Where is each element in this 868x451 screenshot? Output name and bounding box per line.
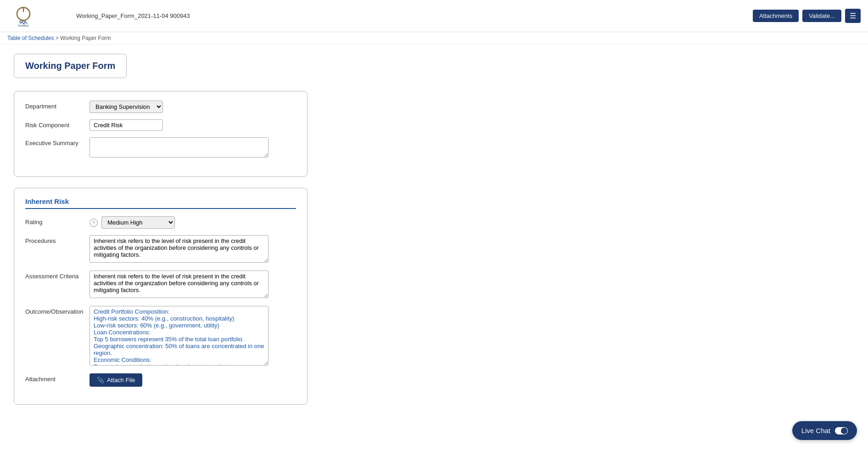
breadcrumb-separator: > xyxy=(54,35,60,41)
attachment-field: 📎 Attach File xyxy=(90,373,296,387)
executive-summary-field xyxy=(90,137,296,159)
rating-row: Rating ? Low Medium Low Medium Medium Hi… xyxy=(25,216,296,229)
breadcrumb-table-of-schedules[interactable]: Table of Schedules xyxy=(7,35,54,41)
outcome-label: Outcome/Observation xyxy=(25,306,90,315)
executive-summary-textarea[interactable] xyxy=(90,137,269,158)
svg-text:POWER: POWER xyxy=(18,24,29,27)
logo-area: SQL POWER xyxy=(7,5,72,28)
header-filename: Working_Paper_Form_2021-11-04 900943 xyxy=(76,12,190,19)
risk-component-row: Risk Component xyxy=(25,119,296,131)
breadcrumb-current: Working Paper Form xyxy=(60,35,111,41)
page-title-box: Working Paper Form xyxy=(14,54,127,78)
assessment-textarea[interactable]: Inherent risk refers to the level of ris… xyxy=(90,271,269,298)
sqlpower-logo: SQL POWER xyxy=(7,5,39,28)
attachment-label: Attachment xyxy=(25,373,90,383)
rating-label: Rating xyxy=(25,216,90,226)
risk-component-label: Risk Component xyxy=(25,119,90,129)
procedures-row: Procedures Inherent risk refers to the l… xyxy=(25,235,296,264)
attach-file-button[interactable]: 📎 Attach File xyxy=(90,373,142,387)
attachment-row: Attachment 📎 Attach File xyxy=(25,373,296,387)
department-label: Department xyxy=(25,101,90,110)
rating-row-inner: ? Low Medium Low Medium Medium High High xyxy=(90,216,296,229)
rating-field: ? Low Medium Low Medium Medium High High xyxy=(90,216,296,229)
app-header: SQL POWER Working_Paper_Form_2021-11-04 … xyxy=(0,0,868,32)
rating-select[interactable]: Low Medium Low Medium Medium High High xyxy=(101,216,175,229)
department-field: Banking Supervision xyxy=(90,101,296,113)
rating-help-icon[interactable]: ? xyxy=(90,219,98,227)
validate-button[interactable]: Validate... xyxy=(802,10,841,22)
department-select[interactable]: Banking Supervision xyxy=(90,101,163,113)
attachments-button[interactable]: Attachments xyxy=(753,10,799,22)
main-content: Working Paper Form Department Banking Su… xyxy=(0,45,321,425)
top-form-section: Department Banking Supervision Risk Comp… xyxy=(14,91,308,177)
inherent-risk-section: Inherent Risk Rating ? Low Medium Low Me… xyxy=(14,188,308,405)
executive-summary-row: Executive Summary xyxy=(25,137,296,159)
header-buttons: Attachments Validate... ☰ xyxy=(753,9,861,23)
risk-component-field xyxy=(90,119,296,131)
outcome-field: Credit Portfolio Composition: High-risk … xyxy=(90,306,296,367)
risk-component-input[interactable] xyxy=(90,119,163,131)
procedures-textarea[interactable]: Inherent risk refers to the level of ris… xyxy=(90,235,269,263)
live-chat-button[interactable]: Live Chat xyxy=(792,421,857,425)
procedures-label: Procedures xyxy=(25,235,90,244)
outcome-row: Outcome/Observation Credit Portfolio Com… xyxy=(25,306,296,367)
executive-summary-label: Executive Summary xyxy=(25,137,90,147)
outcome-textarea[interactable]: Credit Portfolio Composition: High-risk … xyxy=(90,306,269,366)
attach-icon: 📎 xyxy=(97,377,104,383)
assessment-label: Assessment Criteria xyxy=(25,271,90,280)
breadcrumb: Table of Schedules > Working Paper Form xyxy=(0,32,868,45)
attach-btn-label: Attach File xyxy=(107,377,135,383)
procedures-field: Inherent risk refers to the level of ris… xyxy=(90,235,296,264)
assessment-field: Inherent risk refers to the level of ris… xyxy=(90,271,296,299)
assessment-row: Assessment Criteria Inherent risk refers… xyxy=(25,271,296,299)
menu-button[interactable]: ☰ xyxy=(845,9,861,23)
page-title: Working Paper Form xyxy=(25,61,115,71)
inherent-risk-title: Inherent Risk xyxy=(25,197,296,209)
department-row: Department Banking Supervision xyxy=(25,101,296,113)
